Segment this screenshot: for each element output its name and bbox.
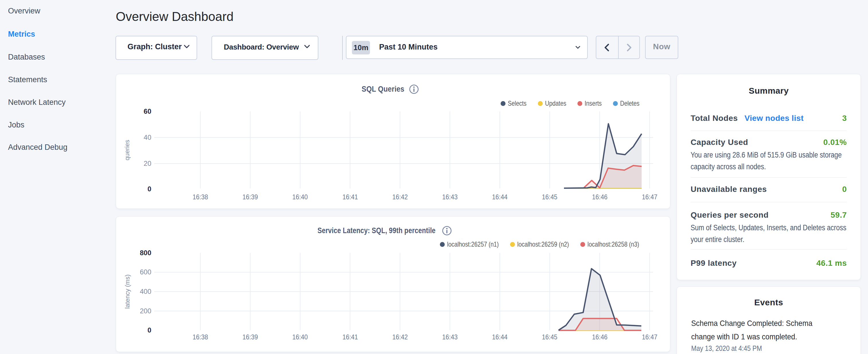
svg-text:16:46: 16:46 [592, 333, 608, 341]
svg-text:16:42: 16:42 [392, 193, 408, 201]
svg-text:20: 20 [144, 160, 151, 167]
svg-text:16:41: 16:41 [342, 193, 358, 201]
svg-text:queries: queries [124, 140, 131, 160]
svg-text:16:43: 16:43 [442, 193, 458, 201]
svg-text:16:39: 16:39 [242, 193, 258, 201]
svg-text:16:47: 16:47 [642, 193, 657, 201]
svg-text:16:43: 16:43 [442, 333, 458, 341]
svg-text:16:44: 16:44 [492, 333, 507, 341]
svg-text:latency (ms): latency (ms) [124, 275, 131, 309]
svg-text:16:38: 16:38 [192, 193, 208, 201]
svg-text:16:39: 16:39 [242, 333, 258, 341]
svg-text:16:40: 16:40 [292, 193, 308, 201]
svg-text:0: 0 [148, 326, 151, 334]
svg-text:16:47: 16:47 [642, 333, 657, 341]
svg-text:16:45: 16:45 [542, 193, 557, 201]
svg-text:0: 0 [148, 185, 151, 193]
svg-text:16:42: 16:42 [392, 333, 408, 341]
svg-text:16:38: 16:38 [192, 333, 208, 341]
svg-text:800: 800 [140, 249, 151, 257]
svg-text:200: 200 [140, 307, 151, 315]
svg-text:400: 400 [140, 288, 151, 295]
svg-text:16:46: 16:46 [592, 193, 608, 201]
svg-text:60: 60 [144, 107, 151, 115]
svg-text:40: 40 [144, 133, 151, 141]
svg-text:600: 600 [140, 268, 151, 276]
svg-text:16:41: 16:41 [342, 333, 358, 341]
svg-text:16:40: 16:40 [292, 333, 308, 341]
svg-text:16:45: 16:45 [542, 333, 557, 341]
svg-text:16:44: 16:44 [492, 193, 507, 201]
